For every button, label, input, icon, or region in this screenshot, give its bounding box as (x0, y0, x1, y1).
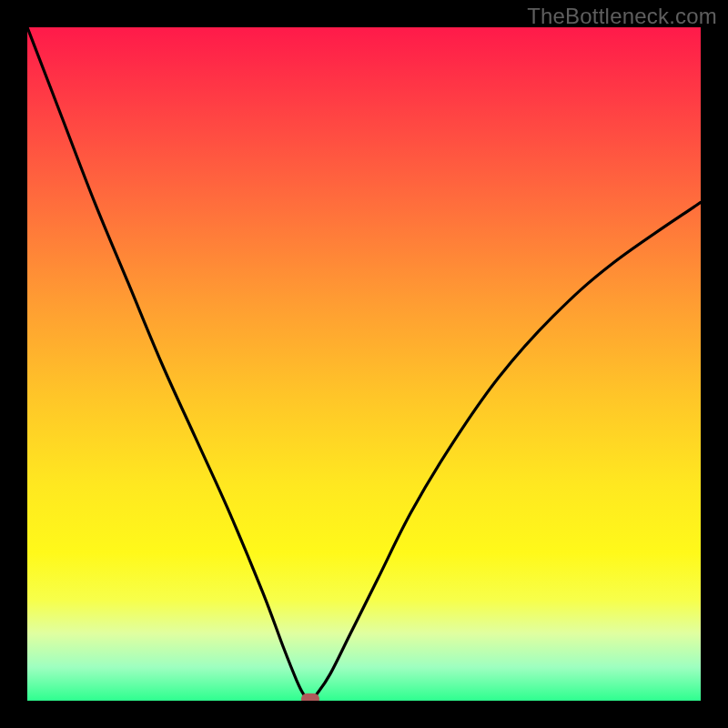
watermark-text: TheBottleneck.com (527, 4, 717, 29)
plot-area (27, 27, 701, 701)
bottleneck-curve (27, 27, 701, 701)
min-marker-icon (301, 693, 319, 701)
chart-frame: TheBottleneck.com (0, 0, 728, 728)
